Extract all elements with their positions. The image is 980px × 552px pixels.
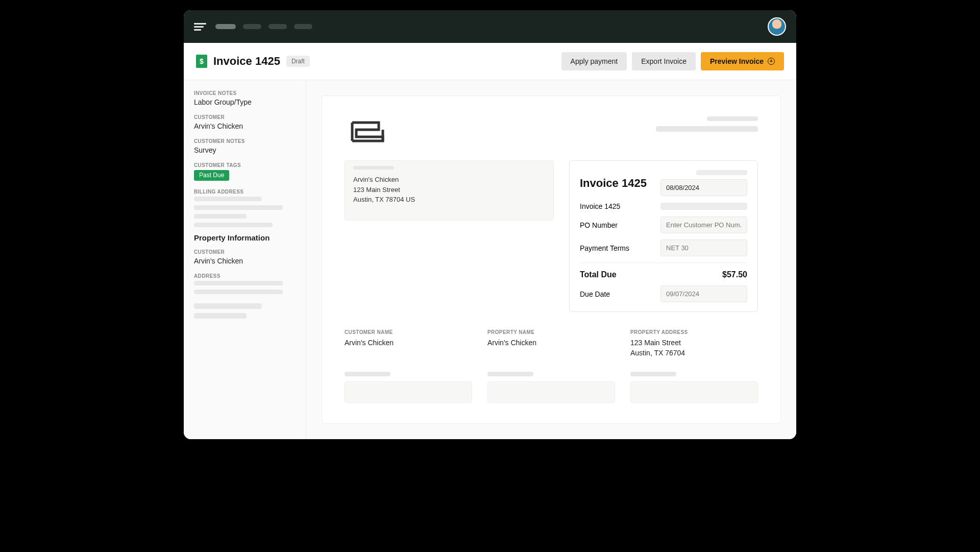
content: INVOICE NOTES Labor Group/Type CUSTOMER … xyxy=(184,80,796,439)
property-info-heading: Property Information xyxy=(194,233,299,242)
customer-name-value: Arvin's Chicken xyxy=(345,338,472,358)
skeleton-line xyxy=(630,372,676,376)
billing-address-label: BILLING ADDRESS xyxy=(194,189,299,195)
app-window: $ Invoice 1425 Draft Apply payment Expor… xyxy=(184,10,796,439)
line-items-row xyxy=(345,372,758,403)
invoice-card: Arvin's Chicken 123 Main Street Austin, … xyxy=(322,95,781,424)
customer-notes-label: CUSTOMER NOTES xyxy=(194,138,299,144)
invoice-date-input[interactable] xyxy=(660,179,747,196)
property-address-value: 123 Main Street Austin, TX 76704 xyxy=(630,338,758,358)
customer-notes-value: Survey xyxy=(194,146,299,154)
line-item-input[interactable] xyxy=(345,381,472,403)
property-customer-label: CUSTOMER xyxy=(194,249,299,255)
po-number-label: PO Number xyxy=(580,221,618,229)
skeleton-line xyxy=(660,203,747,210)
page-title: Invoice 1425 xyxy=(213,55,280,68)
nav-item[interactable] xyxy=(243,24,261,29)
header-actions: Apply payment Export Invoice Preview Inv… xyxy=(561,52,784,70)
preview-invoice-label: Preview Invoice xyxy=(710,57,764,65)
topbar xyxy=(184,10,796,43)
bill-to-name: Arvin's Chicken xyxy=(353,175,545,185)
nav-item[interactable] xyxy=(294,24,312,29)
property-name-label: PROPERTY NAME xyxy=(487,329,615,335)
skeleton-line xyxy=(194,205,283,210)
skeleton-line xyxy=(194,313,247,319)
divider xyxy=(580,262,747,263)
property-address-label: PROPERTY ADDRESS xyxy=(630,329,758,335)
property-name-value: Arvin's Chicken xyxy=(487,338,615,358)
plus-circle-icon: + xyxy=(768,58,775,65)
skeleton-line xyxy=(345,372,390,376)
customer-property-columns: CUSTOMER NAME Arvin's Chicken PROPERTY N… xyxy=(345,329,758,358)
address-invoice-row: Arvin's Chicken 123 Main Street Austin, … xyxy=(345,160,758,312)
property-address-line2: Austin, TX 76704 xyxy=(630,348,758,358)
skeleton-line xyxy=(707,116,758,121)
skeleton-line xyxy=(656,126,758,132)
total-due-value: $57.50 xyxy=(722,270,747,279)
invoice-panel-title: Invoice 1425 xyxy=(580,177,647,190)
status-badge: Draft xyxy=(286,56,310,67)
nav-item[interactable] xyxy=(215,24,236,29)
customer-label: CUSTOMER xyxy=(194,114,299,120)
line-item-input[interactable] xyxy=(487,381,615,403)
skeleton-line xyxy=(194,197,262,201)
bill-to-citystate: Austin, TX 78704 US xyxy=(353,195,545,205)
app-logo-icon[interactable] xyxy=(194,20,206,33)
invoice-notes-value: Labor Group/Type xyxy=(194,98,299,106)
main: Arvin's Chicken 123 Main Street Austin, … xyxy=(306,80,796,439)
nav-placeholder xyxy=(215,24,312,29)
customer-name-label: CUSTOMER NAME xyxy=(345,329,472,335)
page-header: $ Invoice 1425 Draft Apply payment Expor… xyxy=(184,43,796,80)
property-address-line1: 123 Main Street xyxy=(630,338,758,348)
skeleton-line xyxy=(194,214,247,219)
preview-invoice-button[interactable]: Preview Invoice + xyxy=(701,52,784,70)
export-invoice-button[interactable]: Export Invoice xyxy=(632,52,696,70)
payment-terms-label: Payment Terms xyxy=(580,244,629,252)
line-item-input[interactable] xyxy=(630,381,758,403)
sidebar: INVOICE NOTES Labor Group/Type CUSTOMER … xyxy=(184,80,306,439)
skeleton-line xyxy=(194,290,283,294)
skeleton-line xyxy=(194,303,262,309)
company-logo xyxy=(345,116,390,147)
po-number-input[interactable] xyxy=(660,217,747,233)
address-label: ADDRESS xyxy=(194,273,299,279)
due-date-label: Due Date xyxy=(580,290,610,298)
customer-value: Arvin's Chicken xyxy=(194,122,299,130)
skeleton-line xyxy=(194,281,283,285)
apply-payment-button[interactable]: Apply payment xyxy=(561,52,627,70)
skeleton-line xyxy=(353,166,394,170)
invoice-doc-icon: $ xyxy=(196,55,207,68)
customer-tags-label: CUSTOMER TAGS xyxy=(194,162,299,168)
bill-to-box[interactable]: Arvin's Chicken 123 Main Street Austin, … xyxy=(345,160,554,221)
past-due-tag: Past Due xyxy=(194,170,229,181)
invoice-number-label: Invoice 1425 xyxy=(580,202,620,210)
property-customer-value: Arvin's Chicken xyxy=(194,257,299,265)
payment-terms-input[interactable] xyxy=(660,239,747,256)
skeleton-line xyxy=(696,170,747,175)
due-date-input[interactable] xyxy=(660,285,747,302)
avatar[interactable] xyxy=(768,17,786,36)
total-due-label: Total Due xyxy=(580,270,617,279)
skeleton-line xyxy=(487,372,533,376)
nav-item[interactable] xyxy=(268,24,287,29)
card-top xyxy=(345,116,758,147)
company-info-placeholder xyxy=(656,116,758,132)
invoice-summary-panel: Invoice 1425 Invoice 1425 PO Number xyxy=(569,160,758,312)
skeleton-line xyxy=(194,223,273,227)
invoice-notes-label: INVOICE NOTES xyxy=(194,90,299,96)
bill-to-street: 123 Main Street xyxy=(353,185,545,195)
